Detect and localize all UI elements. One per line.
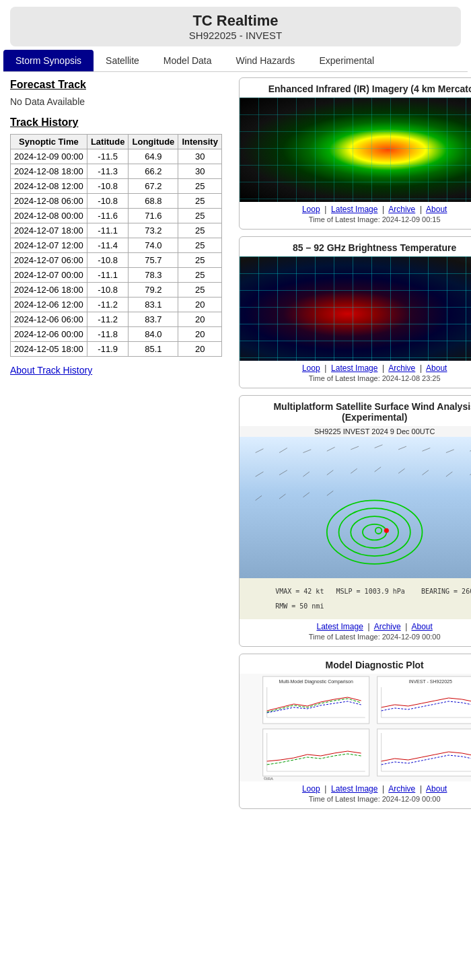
table-cell: -11.2 bbox=[87, 298, 129, 312]
table-cell: -10.8 bbox=[87, 194, 129, 209]
table-cell: -11.8 bbox=[87, 327, 129, 342]
svg-point-30 bbox=[384, 528, 389, 533]
forecast-track-title: Forecast Track bbox=[10, 79, 222, 91]
wind-card-time: Time of Latest Image: 2024-12-09 00:00 bbox=[240, 631, 471, 641]
ir-image bbox=[240, 98, 471, 202]
svg-line-15 bbox=[351, 468, 357, 473]
svg-line-21 bbox=[256, 495, 262, 500]
table-cell: 20 bbox=[178, 342, 222, 357]
table-cell: 68.8 bbox=[129, 194, 178, 209]
table-cell: 2024-12-07 12:00 bbox=[11, 238, 87, 253]
mw-card-links: Loop | Latest Image | Archive | About bbox=[240, 361, 471, 373]
table-cell: 2024-12-06 18:00 bbox=[11, 283, 87, 298]
table-row: 2024-12-08 18:00-11.366.230 bbox=[11, 164, 222, 179]
model-about-link[interactable]: About bbox=[426, 784, 447, 794]
svg-line-3 bbox=[327, 447, 335, 451]
tab-wind-hazards[interactable]: Wind Hazards bbox=[223, 50, 307, 71]
table-row: 2024-12-07 06:00-10.875.725 bbox=[11, 253, 222, 268]
mw-latest-link[interactable]: Latest Image bbox=[331, 363, 377, 373]
model-archive-link[interactable]: Archive bbox=[388, 784, 415, 794]
tab-storm-synopsis[interactable]: Storm Synopsis bbox=[3, 50, 94, 71]
table-row: 2024-12-07 00:00-11.178.325 bbox=[11, 268, 222, 283]
tab-experimental[interactable]: Experimental bbox=[307, 50, 386, 71]
ir-card-links: Loop | Latest Image | Archive | About bbox=[240, 202, 471, 214]
table-cell: 64.9 bbox=[129, 149, 178, 164]
wind-card: Multiplatform Satellite Surface Wind Ana… bbox=[239, 395, 471, 647]
svg-line-18 bbox=[422, 470, 428, 475]
table-cell: 25 bbox=[178, 268, 222, 283]
table-cell: -11.1 bbox=[87, 268, 129, 283]
table-cell: 20 bbox=[178, 327, 222, 342]
tab-model-data[interactable]: Model Data bbox=[151, 50, 224, 71]
table-row: 2024-12-06 00:00-11.884.020 bbox=[11, 327, 222, 342]
svg-line-16 bbox=[375, 467, 381, 472]
model-card-title: Model Diagnostic Plot bbox=[240, 654, 471, 674]
svg-line-12 bbox=[279, 470, 287, 475]
model-card-links: Loop | Latest Image | Archive | About bbox=[240, 781, 471, 794]
mw-card-title: 85 – 92 GHz Brightness Temperature bbox=[240, 237, 471, 256]
col-header-intensity: Intensity bbox=[178, 135, 222, 149]
table-cell: 30 bbox=[178, 164, 222, 179]
about-track-history-link[interactable]: About Track History bbox=[10, 365, 92, 376]
table-cell: 74.0 bbox=[129, 238, 178, 253]
svg-line-24 bbox=[327, 491, 333, 495]
table-cell: 67.2 bbox=[129, 179, 178, 194]
col-header-synoptic: Synoptic Time bbox=[11, 135, 87, 149]
table-cell: 25 bbox=[178, 223, 222, 238]
table-cell: 73.2 bbox=[129, 223, 178, 238]
wind-archive-link[interactable]: Archive bbox=[374, 622, 401, 631]
wind-card-links: Latest Image | Archive | About bbox=[240, 619, 471, 631]
wind-latest-link[interactable]: Latest Image bbox=[317, 622, 363, 631]
table-cell: 25 bbox=[178, 253, 222, 268]
table-cell: 20 bbox=[178, 298, 222, 312]
app-title: TC Realtime bbox=[17, 12, 454, 30]
mw-about-link[interactable]: About bbox=[426, 363, 447, 373]
svg-line-17 bbox=[398, 468, 404, 473]
table-cell: -11.2 bbox=[87, 312, 129, 327]
table-cell: 2024-12-07 00:00 bbox=[11, 268, 87, 283]
table-cell: 2024-12-08 18:00 bbox=[11, 164, 87, 179]
svg-line-1 bbox=[279, 448, 287, 453]
model-latest-link[interactable]: Latest Image bbox=[331, 784, 377, 794]
table-cell: -11.1 bbox=[87, 223, 129, 238]
wind-about-link[interactable]: About bbox=[411, 622, 432, 631]
svg-point-28 bbox=[363, 524, 386, 540]
table-cell: 2024-12-06 12:00 bbox=[11, 298, 87, 312]
table-row: 2024-12-06 12:00-11.283.120 bbox=[11, 298, 222, 312]
wind-header-text: SH9225 INVEST 2024 9 Dec 00UTC bbox=[240, 426, 471, 437]
table-cell: 25 bbox=[178, 179, 222, 194]
table-cell: 25 bbox=[178, 283, 222, 298]
table-cell: 2024-12-06 00:00 bbox=[11, 327, 87, 342]
model-diag-image: Multi-Model Diagnostic Comparison INVEST… bbox=[240, 674, 471, 781]
table-cell: 2024-12-07 06:00 bbox=[11, 253, 87, 268]
svg-point-29 bbox=[375, 528, 382, 534]
ir-card-time: Time of Latest Image: 2024-12-09 00:15 bbox=[240, 214, 471, 223]
ir-latest-link[interactable]: Latest Image bbox=[331, 205, 377, 214]
table-cell: 2024-12-05 18:00 bbox=[11, 342, 87, 357]
svg-line-2 bbox=[303, 450, 311, 453]
svg-text:INVEST - SH922025: INVEST - SH922025 bbox=[408, 679, 452, 684]
mw-archive-link[interactable]: Archive bbox=[388, 363, 415, 373]
model-loop-link[interactable]: Loop bbox=[302, 784, 320, 794]
table-cell: 2024-12-08 12:00 bbox=[11, 179, 87, 194]
track-history-title: Track History bbox=[10, 116, 222, 129]
ir-loop-link[interactable]: Loop bbox=[302, 205, 320, 214]
table-cell: -11.5 bbox=[87, 149, 129, 164]
svg-point-27 bbox=[351, 516, 398, 548]
model-diag-svg: Multi-Model Diagnostic Comparison INVEST… bbox=[240, 674, 471, 781]
ir-archive-link[interactable]: Archive bbox=[388, 205, 415, 214]
table-cell: 25 bbox=[178, 238, 222, 253]
model-card-time: Time of Latest Image: 2024-12-09 00:00 bbox=[240, 794, 471, 803]
table-row: 2024-12-06 18:00-10.879.225 bbox=[11, 283, 222, 298]
table-cell: -10.8 bbox=[87, 179, 129, 194]
table-cell: 2024-12-07 18:00 bbox=[11, 223, 87, 238]
table-cell: -10.8 bbox=[87, 253, 129, 268]
tab-satellite[interactable]: Satellite bbox=[94, 50, 151, 71]
table-cell: -11.6 bbox=[87, 209, 129, 223]
table-cell: -11.9 bbox=[87, 342, 129, 357]
mw-loop-link[interactable]: Loop bbox=[302, 363, 320, 373]
ir-about-link[interactable]: About bbox=[426, 205, 447, 214]
svg-line-11 bbox=[256, 472, 264, 477]
nav-tabs: Storm Synopsis Satellite Model Data Wind… bbox=[3, 50, 468, 72]
track-history-table: Synoptic Time Latitude Longitude Intensi… bbox=[10, 134, 222, 357]
